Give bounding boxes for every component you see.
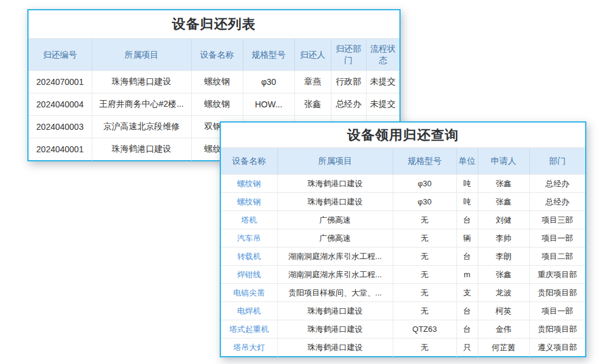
cell-return-dept: 总经办 bbox=[331, 93, 366, 116]
table-row[interactable]: 塔式起重机 珠海鹤港口建设 QTZ63 台 金伟 贵阳项目部 bbox=[221, 320, 585, 339]
cell-spec: 无 bbox=[393, 211, 456, 229]
cell-spec: 无 bbox=[393, 229, 456, 248]
cell-spec: HOW... bbox=[243, 93, 294, 116]
cell-spec: 无 bbox=[393, 302, 456, 320]
query-header-row: 设备名称 所属项目 规格型号 单位 申请人 部门 bbox=[221, 148, 585, 175]
cell-dept: 贵阳项目部 bbox=[529, 320, 585, 339]
col-header-return-no: 归还编号 bbox=[29, 39, 92, 71]
cell-dept: 重庆项目部 bbox=[529, 266, 585, 284]
cell-dept: 项目一部 bbox=[529, 302, 585, 320]
device-name-link[interactable]: 螺纹钢 bbox=[221, 175, 277, 193]
table-row[interactable]: 转载机 湖南洞庭湖水库引水工程... 无 台 李朗 项目二部 bbox=[221, 248, 585, 266]
cell-dept: 遵义项目部 bbox=[529, 339, 585, 357]
cell-return-no: 2024040004 bbox=[29, 93, 92, 116]
cell-project: 珠海鹤港口建设 bbox=[277, 193, 393, 211]
cell-returner: 章燕 bbox=[294, 71, 331, 93]
col-header-dept: 部门 bbox=[529, 148, 585, 175]
cell-device-name: 螺纹钢 bbox=[191, 71, 243, 93]
device-name-link[interactable]: 转载机 bbox=[221, 248, 277, 266]
cell-spec: QTZ63 bbox=[393, 320, 456, 339]
col-header-returner: 归还人 bbox=[294, 39, 331, 71]
table-row[interactable]: 2024040004 王府井商务中心#2楼... 螺纹钢 HOW... 张鑫 总… bbox=[29, 93, 399, 116]
device-name-link[interactable]: 塔吊大灯 bbox=[221, 339, 277, 357]
table-row[interactable]: 塔吊大灯 珠海鹤港口建设 无 只 何芷茵 遵义项目部 bbox=[221, 339, 585, 357]
cell-spec: 无 bbox=[393, 284, 456, 302]
cell-project: 珠海鹤港口建设 bbox=[277, 320, 393, 339]
cell-unit: 辆 bbox=[456, 229, 478, 248]
table-row[interactable]: 2024070001 珠海鹤港口建设 螺纹钢 φ30 章燕 行政部 未提交 bbox=[29, 71, 399, 93]
table-row[interactable]: 螺纹钢 珠海鹤港口建设 φ30 吨 张鑫 总经办 bbox=[221, 193, 585, 211]
device-name-link[interactable]: 塔机 bbox=[221, 211, 277, 229]
col-header-flow-status: 流程状态 bbox=[366, 39, 399, 71]
cell-unit: 台 bbox=[456, 302, 478, 320]
cell-return-no: 2024040003 bbox=[29, 116, 92, 138]
cell-spec: 无 bbox=[393, 248, 456, 266]
col-header-unit: 单位 bbox=[456, 148, 478, 175]
cell-applicant: 刘健 bbox=[478, 211, 529, 229]
col-header-return-dept: 归还部门 bbox=[331, 39, 366, 71]
cell-unit: 吨 bbox=[456, 193, 478, 211]
device-name-link[interactable]: 塔式起重机 bbox=[221, 320, 277, 339]
cell-applicant: 张鑫 bbox=[478, 266, 529, 284]
col-header-applicant: 申请人 bbox=[478, 148, 529, 175]
cell-spec: 无 bbox=[393, 339, 456, 357]
cell-applicant: 张鑫 bbox=[478, 193, 529, 211]
cell-return-no: 2024040001 bbox=[29, 138, 92, 161]
cell-dept: 项目一部 bbox=[529, 229, 585, 248]
cell-dept: 贵阳项目部 bbox=[529, 284, 585, 302]
cell-project: 广佛高速 bbox=[277, 229, 393, 248]
device-name-link[interactable]: 电焊机 bbox=[221, 302, 277, 320]
table-row[interactable]: 焊钳线 湖南洞庭湖水库引水工程... 无 m 张鑫 重庆项目部 bbox=[221, 266, 585, 284]
cell-unit: 台 bbox=[456, 211, 478, 229]
cell-applicant: 李帅 bbox=[478, 229, 529, 248]
col-header-project: 所属项目 bbox=[92, 39, 191, 71]
cell-unit: 吨 bbox=[456, 175, 478, 193]
query-table: 设备名称 所属项目 规格型号 单位 申请人 部门 螺纹钢 珠海鹤港口建设 φ30… bbox=[221, 147, 585, 357]
cell-project: 王府井商务中心#2楼... bbox=[92, 93, 191, 116]
cell-dept: 项目三部 bbox=[529, 211, 585, 229]
device-name-link[interactable]: 螺纹钢 bbox=[221, 193, 277, 211]
cell-project: 珠海鹤港口建设 bbox=[92, 138, 191, 161]
device-name-link[interactable]: 焊钳线 bbox=[221, 266, 277, 284]
cell-unit: 台 bbox=[456, 320, 478, 339]
cell-returner: 张鑫 bbox=[294, 93, 331, 116]
return-list-title: 设备归还列表 bbox=[29, 10, 399, 38]
cell-unit: 只 bbox=[456, 339, 478, 357]
cell-project: 贵阳项目样板间、大堂、... bbox=[277, 284, 393, 302]
cell-return-dept: 行政部 bbox=[331, 71, 366, 93]
cell-applicant: 龙波 bbox=[478, 284, 529, 302]
col-header-device-name: 设备名称 bbox=[221, 148, 277, 175]
cell-spec: φ30 bbox=[393, 193, 456, 211]
query-panel: 设备领用归还查询 设备名称 所属项目 规格型号 单位 申请人 部门 螺纹钢 珠海… bbox=[220, 121, 586, 357]
device-name-link[interactable]: 汽车吊 bbox=[221, 229, 277, 248]
query-title: 设备领用归还查询 bbox=[221, 123, 585, 147]
cell-applicant: 何芷茵 bbox=[478, 339, 529, 357]
table-row[interactable]: 螺纹钢 珠海鹤港口建设 φ30 吨 张鑫 总经办 bbox=[221, 175, 585, 193]
cell-project: 珠海鹤港口建设 bbox=[277, 339, 393, 357]
cell-project: 湖南洞庭湖水库引水工程... bbox=[277, 248, 393, 266]
cell-dept: 总经办 bbox=[529, 193, 585, 211]
table-row[interactable]: 电焊机 珠海鹤港口建设 无 台 柯英 项目一部 bbox=[221, 302, 585, 320]
cell-unit: 支 bbox=[456, 284, 478, 302]
cell-project: 珠海鹤港口建设 bbox=[92, 71, 191, 93]
cell-flow-status: 未提交 bbox=[366, 93, 399, 116]
cell-project: 湖南洞庭湖水库引水工程... bbox=[277, 266, 393, 284]
cell-applicant: 金伟 bbox=[478, 320, 529, 339]
cell-flow-status: 未提交 bbox=[366, 71, 399, 93]
cell-applicant: 柯英 bbox=[478, 302, 529, 320]
col-header-spec: 规格型号 bbox=[393, 148, 456, 175]
cell-project: 珠海鹤港口建设 bbox=[277, 175, 393, 193]
device-name-link[interactable]: 电镐尖凿 bbox=[221, 284, 277, 302]
cell-spec: φ30 bbox=[393, 175, 456, 193]
table-row[interactable]: 电镐尖凿 贵阳项目样板间、大堂、... 无 支 龙波 贵阳项目部 bbox=[221, 284, 585, 302]
return-list-header-row: 归还编号 所属项目 设备名称 规格型号 归还人 归还部门 流程状态 bbox=[29, 39, 399, 71]
cell-project: 广佛高速 bbox=[277, 211, 393, 229]
cell-project: 珠海鹤港口建设 bbox=[277, 302, 393, 320]
cell-applicant: 张鑫 bbox=[478, 175, 529, 193]
table-row[interactable]: 汽车吊 广佛高速 无 辆 李帅 项目一部 bbox=[221, 229, 585, 248]
cell-unit: 台 bbox=[456, 248, 478, 266]
col-header-project: 所属项目 bbox=[277, 148, 393, 175]
cell-dept: 总经办 bbox=[529, 175, 585, 193]
cell-spec: φ30 bbox=[243, 71, 294, 93]
table-row[interactable]: 塔机 广佛高速 无 台 刘健 项目三部 bbox=[221, 211, 585, 229]
